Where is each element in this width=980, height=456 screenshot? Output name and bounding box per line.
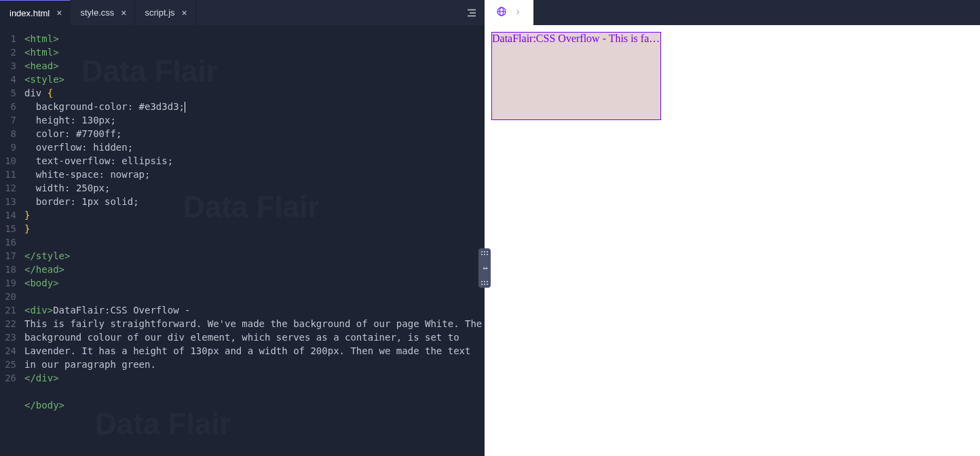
code-line[interactable]: <style> <box>24 73 485 86</box>
code-line[interactable]: border: 1px solid; <box>24 195 485 208</box>
code-line[interactable]: text-overflow: ellipsis; <box>24 154 485 168</box>
code-line[interactable]: } <box>24 208 485 222</box>
line-number: 12 <box>0 181 16 195</box>
code-line[interactable]: <body> <box>24 276 485 290</box>
tab-script-js[interactable]: script.js× <box>135 0 195 25</box>
rendered-div: DataFlair:CSS Overflow - This is fairly … <box>491 32 661 120</box>
chevron-right-icon <box>514 6 522 19</box>
preview-body: DataFlair:CSS Overflow - This is fairly … <box>485 25 980 456</box>
code-line[interactable]: <head> <box>24 59 485 73</box>
code-line[interactable] <box>24 412 485 425</box>
line-number: 9 <box>0 140 16 154</box>
code-line[interactable] <box>24 385 485 398</box>
code-line[interactable]: div { <box>24 86 485 100</box>
line-number: 17 <box>0 249 16 263</box>
code-line[interactable]: width: 250px; <box>24 181 485 195</box>
code-line[interactable]: } <box>24 222 485 235</box>
line-number: 13 <box>0 195 16 208</box>
line-number: 1 <box>0 32 16 45</box>
align-icon[interactable] <box>466 7 478 19</box>
line-number: 11 <box>0 168 16 181</box>
line-number: 14 <box>0 208 16 222</box>
pane-splitter[interactable]: ↔ <box>478 248 491 288</box>
code-line[interactable]: This is fairly straightforward. We've ma… <box>24 317 485 371</box>
line-number: 6 <box>0 100 16 113</box>
line-number: 5 <box>0 86 16 100</box>
line-number: 21 <box>0 303 16 317</box>
code-line[interactable]: </body> <box>24 398 485 412</box>
line-number: 22 <box>0 317 16 330</box>
line-number: 24 <box>0 344 16 358</box>
line-number: 3 <box>0 59 16 73</box>
line-number: 2 <box>0 45 16 59</box>
line-number: 8 <box>0 127 16 140</box>
code-line[interactable]: <html> <box>24 45 485 59</box>
tab-bar: index.html×style.css×script.js× <box>0 0 485 25</box>
code-line[interactable]: <html> <box>24 32 485 45</box>
line-number: 25 <box>0 358 16 371</box>
line-number: 7 <box>0 113 16 127</box>
editor-pane: index.html×style.css×script.js× 12345678… <box>0 0 485 456</box>
code-line[interactable] <box>24 290 485 303</box>
code-line[interactable]: color: #7700ff; <box>24 127 485 140</box>
preview-tab[interactable] <box>485 0 533 25</box>
code-line[interactable]: background-color: #e3d3d3; <box>24 100 485 113</box>
line-number: 20 <box>0 290 16 303</box>
line-number: 23 <box>0 330 16 344</box>
code-line[interactable]: height: 130px; <box>24 113 485 127</box>
code-line[interactable]: </head> <box>24 263 485 276</box>
code-editor[interactable]: 1234567891011121314151617181920212223242… <box>0 25 485 456</box>
code-line[interactable]: <div>DataFlair:CSS Overflow - <box>24 303 485 317</box>
line-number: 16 <box>0 235 16 249</box>
tab-index-html[interactable]: index.html× <box>0 0 71 25</box>
tab-style-css[interactable]: style.css× <box>71 0 135 25</box>
close-icon[interactable]: × <box>55 7 63 19</box>
line-number: 4 <box>0 73 16 86</box>
tab-label: index.html <box>10 8 50 18</box>
code-line[interactable]: </div> <box>24 371 485 385</box>
line-number: 18 <box>0 263 16 276</box>
preview-tab-bar <box>485 0 980 25</box>
close-icon[interactable]: × <box>181 7 189 19</box>
resize-horizontal-icon: ↔ <box>483 263 486 273</box>
code-content[interactable]: <html><html><head><style>div { backgroun… <box>20 32 485 456</box>
globe-icon <box>496 6 507 20</box>
code-line[interactable]: white-space: nowrap; <box>24 168 485 181</box>
line-gutter: 1234567891011121314151617181920212223242… <box>0 32 20 456</box>
code-line[interactable] <box>24 235 485 249</box>
close-icon[interactable]: × <box>119 7 128 19</box>
code-line[interactable]: </style> <box>24 249 485 263</box>
line-number: 10 <box>0 154 16 168</box>
line-number: 26 <box>0 371 16 385</box>
preview-pane: DataFlair:CSS Overflow - This is fairly … <box>485 0 980 456</box>
line-number: 19 <box>0 276 16 290</box>
tab-label: style.css <box>80 7 114 18</box>
code-line[interactable]: overflow: hidden; <box>24 140 485 154</box>
line-number: 15 <box>0 222 16 235</box>
tab-label: script.js <box>145 7 174 18</box>
